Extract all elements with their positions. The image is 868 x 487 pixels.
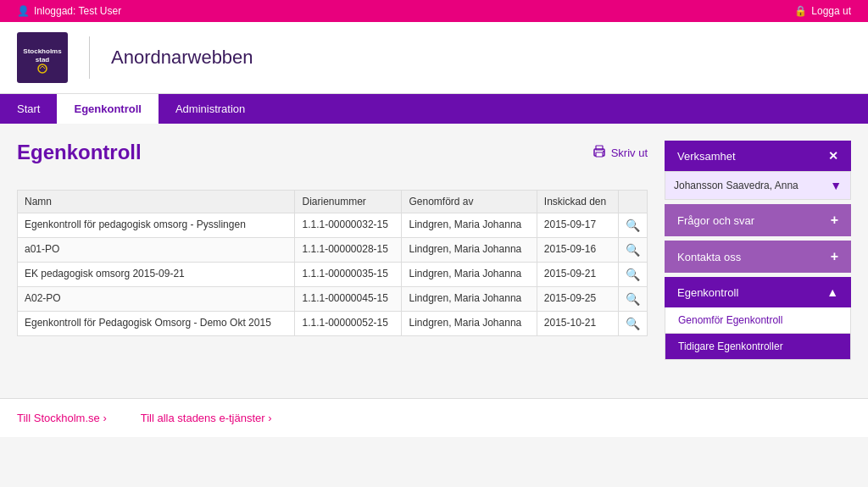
cell-search[interactable]: 🔍	[619, 312, 648, 336]
svg-point-7	[603, 151, 604, 152]
table-row: EK pedagogisk omsorg 2015-09-21 1.1.1-00…	[18, 263, 648, 287]
footer-link-etjanster[interactable]: Till alla stadens e-tjänster ›	[141, 412, 272, 424]
sidebar-genomfor[interactable]: Genomför Egenkontroll	[665, 307, 851, 334]
sidebar-fragor-section: Frågor och svar +	[665, 204, 851, 236]
cell-namn: A02-PO	[18, 287, 295, 312]
cell-search[interactable]: 🔍	[619, 238, 648, 263]
egenkontroll-table: Namn Diarienummer Genomförd av Inskickad…	[17, 190, 648, 336]
sidebar-kontakta-title: Kontakta oss	[677, 251, 741, 263]
col-genomford: Genomförd av	[402, 191, 537, 213]
table-row: a01-PO 1.1.1-00000028-15 Lindgren, Maria…	[18, 238, 648, 263]
footer: Till Stockholm.se › Till alla stadens e-…	[0, 398, 868, 437]
content-area: Egenkontroll Skriv ut Namn Diarienummer	[0, 124, 868, 381]
cell-inskickad: 2015-10-21	[537, 312, 618, 336]
sidebar-egenkontroll-header[interactable]: Egenkontroll ▲	[665, 277, 851, 307]
cell-search[interactable]: 🔍	[619, 263, 648, 287]
sidebar-tidigare[interactable]: Tidigare Egenkontroller	[665, 334, 851, 360]
cell-inskickad: 2015-09-17	[537, 213, 618, 238]
sidebar-egenkontroll-section: Egenkontroll ▲ Genomför Egenkontroll Tid…	[665, 277, 851, 360]
cell-diarienummer: 1.1.1-00000045-15	[295, 287, 402, 312]
search-icon[interactable]: 🔍	[626, 219, 640, 232]
search-icon[interactable]: 🔍	[626, 243, 640, 257]
main-content: Egenkontroll Skriv ut Namn Diarienummer	[17, 141, 648, 364]
cell-inskickad: 2015-09-25	[537, 287, 618, 312]
logo-image: Stockholms stad	[17, 32, 68, 83]
top-bar: 👤 Inloggad: Test User 🔒 Logga ut	[0, 0, 868, 22]
search-icon[interactable]: 🔍	[626, 317, 640, 330]
chevron-down-icon[interactable]: ▼	[830, 179, 842, 192]
table-row: Egenkontroll för Pedagogisk Omsorg - Dem…	[18, 312, 648, 336]
col-namn: Namn	[18, 191, 295, 213]
sidebar-verksamhet-header[interactable]: Verksamhet ✕	[665, 141, 851, 171]
plus-icon-fragor[interactable]: +	[831, 213, 838, 228]
logout-label[interactable]: Logga ut	[811, 5, 851, 17]
selected-verksamhet: Johansson Saavedra, Anna	[674, 180, 830, 191]
col-diarienummer: Diarienummer	[295, 191, 402, 213]
sidebar-fragor-title: Frågor och svar	[677, 214, 754, 227]
sidebar-kontakta-section: Kontakta oss +	[665, 241, 851, 273]
chevron-up-icon[interactable]: ▲	[826, 285, 838, 299]
print-button[interactable]: Skriv ut	[592, 145, 648, 161]
sidebar-egenkontroll-title: Egenkontroll	[677, 286, 738, 299]
sidebar: Verksamhet ✕ Johansson Saavedra, Anna ▼ …	[665, 141, 851, 364]
sidebar-verksamhet-select[interactable]: Johansson Saavedra, Anna ▼	[665, 171, 851, 200]
site-title: Anordnarwebben	[111, 47, 253, 69]
cell-inskickad: 2015-09-16	[537, 238, 618, 263]
user-info: 👤 Inloggad: Test User	[17, 5, 121, 17]
main-nav: Start Egenkontroll Administration	[0, 94, 868, 124]
nav-start[interactable]: Start	[0, 94, 57, 124]
cell-genomford: Lindgren, Maria Johanna	[402, 312, 537, 336]
cell-diarienummer: 1.1.1-00000028-15	[295, 238, 402, 263]
cell-inskickad: 2015-09-21	[537, 263, 618, 287]
cell-genomford: Lindgren, Maria Johanna	[402, 263, 537, 287]
sidebar-kontakta-header[interactable]: Kontakta oss +	[665, 241, 851, 273]
close-icon[interactable]: ✕	[828, 149, 838, 163]
cell-genomford: Lindgren, Maria Johanna	[402, 287, 537, 312]
logout-area[interactable]: 🔒 Logga ut	[794, 5, 851, 17]
footer-link-stockholm[interactable]: Till Stockholm.se ›	[17, 412, 107, 424]
cell-search[interactable]: 🔍	[619, 213, 648, 238]
nav-administration[interactable]: Administration	[159, 94, 262, 124]
sidebar-verksamhet-title: Verksamhet	[677, 150, 736, 163]
print-icon	[592, 145, 607, 161]
cell-namn: Egenkontroll för pedagogisk omsorg - Pys…	[18, 213, 295, 238]
cell-diarienummer: 1.1.1-00000035-15	[295, 263, 402, 287]
cell-diarienummer: 1.1.1-00000032-15	[295, 213, 402, 238]
cell-search[interactable]: 🔍	[619, 287, 648, 312]
sidebar-fragor-header[interactable]: Frågor och svar +	[665, 204, 851, 236]
svg-rect-6	[596, 152, 603, 157]
person-icon: 👤	[17, 5, 30, 17]
logo-area: Stockholms stad Anordnarwebben	[17, 32, 253, 83]
table-row: A02-PO 1.1.1-00000045-15 Lindgren, Maria…	[18, 287, 648, 312]
svg-text:Stockholms: Stockholms	[23, 47, 62, 55]
header: Stockholms stad Anordnarwebben	[0, 22, 868, 94]
search-icon[interactable]: 🔍	[626, 268, 640, 281]
table-row: Egenkontroll för pedagogisk omsorg - Pys…	[18, 213, 648, 238]
cell-diarienummer: 1.1.1-00000052-15	[295, 312, 402, 336]
print-label: Skriv ut	[611, 147, 648, 159]
cell-genomford: Lindgren, Maria Johanna	[402, 213, 537, 238]
logged-in-label: Inloggad: Test User	[34, 5, 121, 17]
nav-egenkontroll[interactable]: Egenkontroll	[57, 94, 158, 124]
search-icon[interactable]: 🔍	[626, 292, 640, 306]
sidebar-verksamhet-section: Verksamhet ✕ Johansson Saavedra, Anna ▼	[665, 141, 851, 200]
logo-divider	[89, 36, 90, 79]
svg-text:stad: stad	[36, 56, 50, 64]
page-title: Egenkontroll	[17, 141, 142, 164]
col-inskickad: Inskickad den	[537, 191, 618, 213]
cell-namn: EK pedagogisk omsorg 2015-09-21	[18, 263, 295, 287]
lock-icon: 🔒	[794, 5, 807, 17]
cell-namn: a01-PO	[18, 238, 295, 263]
plus-icon-kontakta[interactable]: +	[831, 249, 838, 264]
cell-namn: Egenkontroll för Pedagogisk Omsorg - Dem…	[18, 312, 295, 336]
cell-genomford: Lindgren, Maria Johanna	[402, 238, 537, 263]
col-actions	[619, 191, 648, 213]
